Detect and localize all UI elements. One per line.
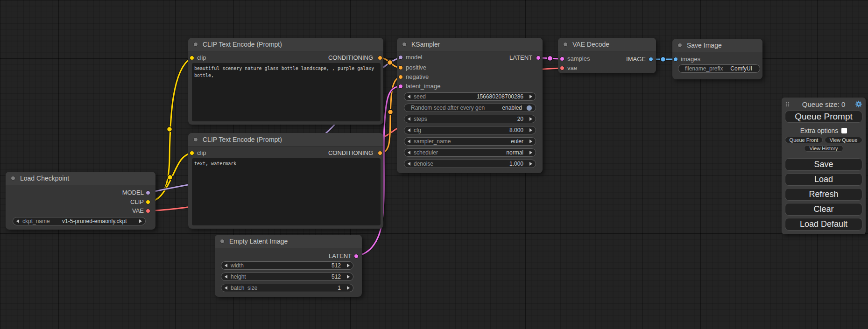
widget-label: cfg xyxy=(414,127,421,133)
widget-filename-prefix[interactable]: filename_prefix ComfyUI xyxy=(678,64,760,73)
widget-width[interactable]: width 512 xyxy=(221,261,353,270)
input-port-latent-image[interactable] xyxy=(398,84,403,89)
save-button[interactable]: Save xyxy=(785,158,862,171)
input-port-negative[interactable] xyxy=(398,75,403,79)
widget-random-seed[interactable]: Random seed after every gen enabled xyxy=(404,104,536,112)
output-port-model[interactable] xyxy=(146,190,150,195)
widget-cfg[interactable]: cfg 8.000 xyxy=(404,126,536,134)
prompt-textarea[interactable]: beautiful scenery nature glass bottle la… xyxy=(192,63,381,121)
link-dot xyxy=(548,56,553,61)
output-port-image[interactable] xyxy=(649,57,653,62)
widget-scheduler[interactable]: scheduler normal xyxy=(404,148,536,157)
node-collapse-dot-icon[interactable] xyxy=(193,137,198,142)
clear-button[interactable]: Clear xyxy=(785,203,862,216)
widget-label: Random seed after every gen xyxy=(411,105,485,111)
input-port-clip[interactable] xyxy=(190,151,194,155)
output-port-conditioning[interactable] xyxy=(378,151,382,155)
load-default-button[interactable]: Load Default xyxy=(785,218,862,231)
node-collapse-dot-icon[interactable] xyxy=(563,42,568,47)
node-collapse-dot-icon[interactable] xyxy=(402,42,407,47)
widget-label: denoise xyxy=(414,161,433,167)
widget-value: ComfyUI xyxy=(726,65,756,72)
output-port-latent[interactable] xyxy=(354,254,359,259)
node-collapse-dot-icon[interactable] xyxy=(220,239,225,244)
left-triangle-icon[interactable] xyxy=(408,117,410,121)
left-triangle-icon[interactable] xyxy=(225,275,227,279)
input-label-clip: clip xyxy=(197,150,206,156)
right-triangle-icon[interactable] xyxy=(139,219,142,223)
left-triangle-icon[interactable] xyxy=(408,140,410,143)
queue-prompt-button[interactable]: Queue Prompt xyxy=(785,111,862,123)
widget-value: 1.000 xyxy=(509,161,523,167)
right-triangle-icon[interactable] xyxy=(529,140,532,143)
input-port-images[interactable] xyxy=(673,57,678,62)
node-titlebar[interactable]: CLIP Text Encode (Prompt) xyxy=(188,133,383,147)
refresh-button[interactable]: Refresh xyxy=(785,188,862,201)
right-triangle-icon[interactable] xyxy=(347,275,350,279)
node-collapse-dot-icon[interactable] xyxy=(193,42,198,47)
widget-denoise[interactable]: denoise 1.000 xyxy=(404,160,536,168)
output-label-image: IMAGE xyxy=(626,56,646,63)
view-history-button[interactable]: View History xyxy=(804,145,843,152)
node-collapse-dot-icon[interactable] xyxy=(677,43,682,48)
widget-value: 8.000 xyxy=(509,127,523,133)
node-titlebar[interactable]: KSampler xyxy=(397,38,543,51)
node-save-image[interactable]: Save Image images filename_prefix ComfyU… xyxy=(672,39,762,79)
input-port-positive[interactable] xyxy=(398,65,403,70)
left-triangle-icon[interactable] xyxy=(408,128,410,132)
node-titlebar[interactable]: Save Image xyxy=(672,39,762,52)
left-triangle-icon[interactable] xyxy=(225,264,227,267)
widget-seed[interactable]: seed 156680208700286 xyxy=(404,92,536,101)
input-label-model: model xyxy=(406,54,422,61)
widget-steps[interactable]: steps 20 xyxy=(404,115,536,123)
view-queue-button[interactable]: View Queue xyxy=(825,137,862,143)
prompt-textarea[interactable]: text, watermark xyxy=(192,158,381,225)
input-port-clip[interactable] xyxy=(190,56,194,60)
node-collapse-dot-icon[interactable] xyxy=(11,176,15,181)
node-titlebar[interactable]: VAE Decode xyxy=(558,38,656,51)
queue-size-label: Queue size: 0 xyxy=(782,100,866,108)
output-port-clip[interactable] xyxy=(146,200,150,204)
node-clip-text-encode-negative[interactable]: CLIP Text Encode (Prompt) clip CONDITION… xyxy=(188,133,383,229)
widget-height[interactable]: height 512 xyxy=(221,273,353,281)
node-ksampler[interactable]: KSampler model positive negative latent_… xyxy=(397,38,543,173)
node-titlebar[interactable]: Empty Latent Image xyxy=(215,235,362,248)
checkbox-icon[interactable] xyxy=(841,128,847,133)
node-titlebar[interactable]: CLIP Text Encode (Prompt) xyxy=(188,38,383,51)
node-clip-text-encode-positive[interactable]: CLIP Text Encode (Prompt) clip CONDITION… xyxy=(188,38,383,125)
input-port-vae[interactable] xyxy=(560,66,565,70)
load-button[interactable]: Load xyxy=(785,173,862,186)
widget-label: batch_size xyxy=(231,285,257,291)
right-triangle-icon[interactable] xyxy=(529,162,532,166)
output-label-latent: LATENT xyxy=(509,55,532,61)
output-port-conditioning[interactable] xyxy=(378,56,382,60)
queue-front-button[interactable]: Queue Front xyxy=(785,137,823,143)
right-triangle-icon[interactable] xyxy=(529,151,532,154)
widget-sampler-name[interactable]: sampler_name euler xyxy=(404,137,536,146)
right-triangle-icon[interactable] xyxy=(347,264,350,267)
widget-batch-size[interactable]: batch_size 1 xyxy=(221,284,353,292)
output-label-model: MODEL xyxy=(122,189,144,196)
input-port-samples[interactable] xyxy=(560,56,565,61)
left-triangle-icon[interactable] xyxy=(16,219,19,223)
node-vae-decode[interactable]: VAE Decode samples vae IMAGE xyxy=(558,38,656,73)
output-port-vae[interactable] xyxy=(146,209,150,213)
node-empty-latent-image[interactable]: Empty Latent Image LATENT width 512 heig… xyxy=(215,235,362,297)
node-load-checkpoint[interactable]: Load Checkpoint MODEL CLIP VAE ckpt_name… xyxy=(6,172,155,230)
output-port-latent[interactable] xyxy=(536,56,541,60)
input-port-model[interactable] xyxy=(398,55,403,60)
right-triangle-icon[interactable] xyxy=(529,117,532,121)
node-titlebar[interactable]: Load Checkpoint xyxy=(6,172,155,185)
left-triangle-icon[interactable] xyxy=(408,162,410,166)
left-triangle-icon[interactable] xyxy=(408,95,410,98)
node-graph-canvas[interactable]: Load Checkpoint MODEL CLIP VAE ckpt_name… xyxy=(0,0,868,329)
right-triangle-icon[interactable] xyxy=(529,95,532,98)
widget-ckpt-name[interactable]: ckpt_name v1-5-pruned-emaonly.ckpt xyxy=(13,217,146,225)
left-triangle-icon[interactable] xyxy=(225,286,227,290)
toggle-circle-icon[interactable] xyxy=(526,105,532,111)
gear-icon[interactable] xyxy=(855,100,862,108)
right-triangle-icon[interactable] xyxy=(529,128,532,132)
right-triangle-icon[interactable] xyxy=(347,286,350,290)
widget-value: 20 xyxy=(517,116,523,122)
left-triangle-icon[interactable] xyxy=(408,151,410,154)
